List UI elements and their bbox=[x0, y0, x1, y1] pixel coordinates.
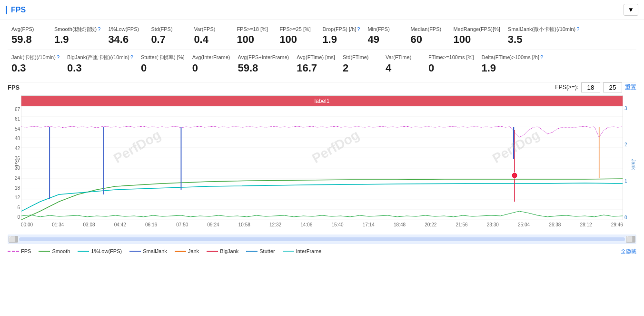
metric-std-ftime: Std(FTime)2 bbox=[339, 52, 382, 76]
metric-fps-ge-18: FPS>=18 [%]100 bbox=[233, 24, 276, 48]
legend-line-1pctlow-legend bbox=[78, 251, 89, 252]
help-icon[interactable]: ? bbox=[57, 54, 59, 61]
svg-point-13 bbox=[512, 173, 517, 178]
fps-gte-input-2[interactable] bbox=[603, 82, 622, 92]
metrics-section-1: Avg(FPS)59.8Smooth(稳帧指数) ?1.91%Low(FPS)3… bbox=[0, 20, 644, 82]
metric-avg-ftime: Avg(FTime) [ms]16.7 bbox=[293, 52, 339, 76]
scrollbar[interactable]: ⬜ ⬜ bbox=[8, 234, 636, 244]
metric-fps-ge-25: FPS>=25 [%]100 bbox=[276, 24, 318, 48]
x-label: 01:34 bbox=[52, 222, 64, 227]
x-axis: 00:0001:3403:0804:4206:1607:5009:2410:58… bbox=[21, 220, 623, 234]
x-label: 29:46 bbox=[611, 222, 623, 227]
scrollbar-track[interactable] bbox=[19, 237, 625, 241]
metrics-row-1: Avg(FPS)59.8Smooth(稳帧指数) ?1.91%Low(FPS)3… bbox=[8, 24, 636, 48]
hide-all-button[interactable]: 全隐藏 bbox=[621, 248, 636, 255]
fps-gte-label: FPS(>=): bbox=[555, 84, 578, 91]
help-icon[interactable]: ? bbox=[130, 54, 133, 61]
metric-1pct-low: 1%Low(FPS)34.6 bbox=[104, 24, 147, 48]
legend-line-interframe-legend bbox=[283, 251, 294, 252]
legend-label-smalljank-legend: SmallJank bbox=[143, 248, 167, 254]
legend-label-1pctlow-legend: 1%Low(FPS) bbox=[91, 248, 122, 254]
x-label: 09:24 bbox=[208, 222, 219, 227]
legend-label-jank-legend: Jank bbox=[188, 248, 199, 254]
x-label: 25:04 bbox=[518, 222, 530, 227]
metric-delta-ftime: Delta(FTime)>100ms [/h] ?1.9 bbox=[477, 52, 547, 76]
chart-plot-area[interactable]: label1 PerfDog PerfDog PerfDog bbox=[21, 95, 623, 220]
chart-section: FPS FPS(>=): 重置 67 61 54 48 42 36 30 24 … bbox=[0, 82, 644, 234]
x-label: 10:58 bbox=[238, 222, 250, 227]
legend-label-stutter-legend: Stutter bbox=[259, 248, 275, 254]
legend-row: FPSSmooth1%Low(FPS)SmallJankJankBigJankS… bbox=[0, 245, 644, 258]
chart-label-bar: label1 bbox=[21, 96, 623, 106]
x-label: 28:12 bbox=[580, 222, 592, 227]
legend-item-jank-legend[interactable]: Jank bbox=[175, 248, 199, 254]
chart-title: FPS bbox=[8, 84, 20, 91]
fps-controls: FPS(>=): 重置 bbox=[555, 82, 636, 92]
legend-label-fps-legend: FPS bbox=[21, 248, 31, 254]
header: FPS ▼ bbox=[0, 0, 644, 20]
x-label: 14:06 bbox=[300, 222, 312, 227]
metric-drop-fps: Drop(FPS) [/h] ?1.9 bbox=[318, 24, 364, 48]
legend-line-bigjank-legend bbox=[207, 251, 218, 252]
x-label: 15:40 bbox=[332, 222, 344, 227]
help-icon[interactable]: ? bbox=[540, 54, 543, 61]
fps-axis-label: FPS bbox=[14, 159, 20, 169]
metric-min-fps: Min(FPS)49 bbox=[364, 24, 406, 48]
legend-item-interframe-legend[interactable]: InterFrame bbox=[283, 248, 322, 254]
chart-container: 67 61 54 48 42 36 30 24 18 12 6 0 FPS la… bbox=[8, 95, 636, 234]
metric-jank: Jank(卡顿)(/10min) ?0.3 bbox=[8, 52, 63, 76]
help-icon[interactable]: ? bbox=[576, 26, 579, 32]
metric-avg-fps-interframe: Avg(FPS+InterFrame)59.8 bbox=[234, 52, 293, 76]
legend-label-smooth-legend: Smooth bbox=[52, 248, 70, 254]
x-label: 17:14 bbox=[363, 222, 375, 227]
x-label: 26:38 bbox=[549, 222, 561, 227]
help-icon[interactable]: ? bbox=[357, 26, 360, 32]
metrics-row-2: Jank(卡顿)(/10min) ?0.3BigJank(严重卡顿)(/10mi… bbox=[8, 52, 636, 76]
legend-item-smalljank-legend[interactable]: SmallJank bbox=[129, 248, 167, 254]
scrollbar-left-handle[interactable]: ⬜ bbox=[9, 236, 18, 243]
metric-ftime-ge-100: FTime>=100ms [%]0 bbox=[425, 52, 478, 76]
legend-line-fps-legend bbox=[8, 251, 19, 252]
x-label: 06:16 bbox=[145, 222, 157, 227]
metric-stutter: Stutter(卡帧率) [%]0 bbox=[137, 52, 188, 76]
chart-svg bbox=[21, 106, 623, 220]
chart-header: FPS FPS(>=): 重置 bbox=[8, 82, 636, 92]
legend-line-smalljank-legend bbox=[129, 251, 141, 252]
legend-label-bigjank-legend: BigJank bbox=[220, 248, 238, 254]
x-label: 12:32 bbox=[269, 222, 281, 227]
legend-line-jank-legend bbox=[175, 251, 186, 252]
x-label: 21:56 bbox=[456, 222, 468, 227]
metric-bigjank: BigJank(严重卡顿)(/10min) ?0.3 bbox=[63, 52, 137, 76]
legend-item-fps-legend[interactable]: FPS bbox=[8, 248, 31, 254]
reset-button[interactable]: 重置 bbox=[625, 83, 636, 92]
legend-line-stutter-legend bbox=[246, 251, 258, 252]
x-label: 04:42 bbox=[114, 222, 126, 227]
x-label: 23:30 bbox=[487, 222, 499, 227]
metric-smooth: Smooth(稳帧指数) ?1.9 bbox=[50, 24, 104, 48]
x-label: 20:22 bbox=[425, 222, 436, 227]
legend-item-bigjank-legend[interactable]: BigJank bbox=[207, 248, 238, 254]
legend-label-interframe-legend: InterFrame bbox=[296, 248, 322, 254]
metric-avg-fps: Avg(FPS)59.8 bbox=[8, 24, 50, 48]
metric-avg-interframe: Avg(InterFrame)0 bbox=[188, 52, 234, 76]
fps-gte-input-1[interactable] bbox=[581, 82, 600, 92]
x-label: 18:48 bbox=[394, 222, 406, 227]
metric-smalljank: SmallJank(微小卡顿)(/10min) ?3.5 bbox=[504, 24, 584, 48]
x-label: 03:08 bbox=[83, 222, 95, 227]
page-title: FPS bbox=[6, 6, 26, 14]
x-label: 00:00 bbox=[21, 222, 33, 227]
legend-line-smooth-legend bbox=[39, 251, 50, 252]
legend-item-smooth-legend[interactable]: Smooth bbox=[39, 248, 70, 254]
metric-median-fps: Median(FPS)60 bbox=[406, 24, 449, 48]
metric-var-fps: Var(FPS)0.4 bbox=[190, 24, 233, 48]
dropdown-button[interactable]: ▼ bbox=[624, 4, 638, 16]
metric-medrange-fps: MedRange(FPS)[%]100 bbox=[449, 24, 504, 48]
metric-var-ftime: Var(FTime)4 bbox=[382, 52, 425, 76]
jank-axis-label: Jank bbox=[631, 159, 636, 170]
x-label: 07:50 bbox=[176, 222, 188, 227]
scrollbar-right-handle[interactable]: ⬜ bbox=[626, 236, 635, 243]
metric-std-fps: Std(FPS)0.7 bbox=[147, 24, 190, 48]
legend-item-stutter-legend[interactable]: Stutter bbox=[246, 248, 275, 254]
legend-item-1pctlow-legend[interactable]: 1%Low(FPS) bbox=[78, 248, 122, 254]
help-icon[interactable]: ? bbox=[98, 26, 100, 32]
